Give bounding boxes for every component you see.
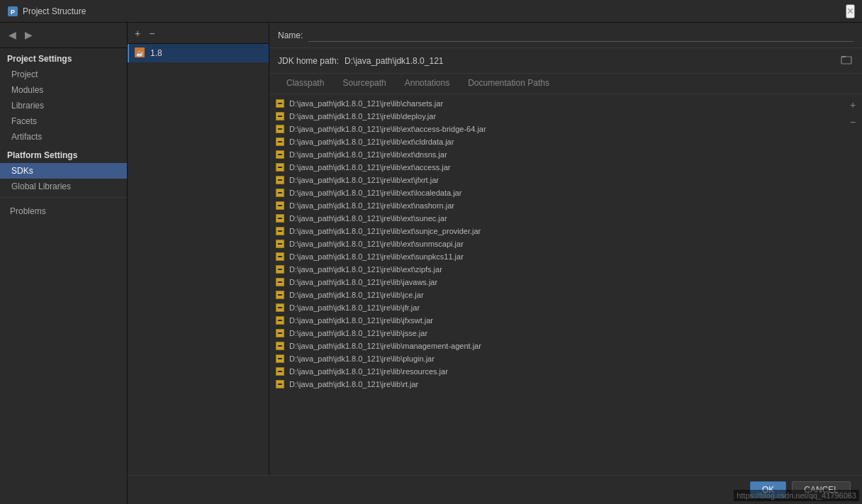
jar-list-item[interactable]: D:\java_path\jdk1.8.0_121\jre\lib\manage… — [269, 340, 862, 352]
jar-path: D:\java_path\jdk1.8.0_121\jre\lib\ext\su… — [289, 252, 464, 261]
detail-jdk-row: JDK home path: D:\java_path\jdk1.8.0_121 — [269, 48, 862, 74]
jar-list-item[interactable]: D:\java_path\jdk1.8.0_121\jre\lib\ext\dn… — [269, 148, 862, 161]
jar-icon — [275, 328, 285, 338]
jar-path: D:\java_path\jdk1.8.0_121\jre\lib\ext\su… — [289, 240, 464, 248]
jar-path: D:\java_path\jdk1.8.0_121\jre\lib\ext\na… — [289, 201, 454, 210]
tab-classpath[interactable]: Classpath — [278, 74, 332, 94]
main-layout: ◀ ▶ Project Settings Project Modules Lib… — [0, 23, 862, 504]
java-sdk-icon: ☕ — [135, 47, 146, 59]
jar-path: D:\java_path\jdk1.8.0_121\jre\lib\jce.ja… — [289, 291, 424, 299]
jar-list-item[interactable]: D:\java_path\jdk1.8.0_121\jre\lib\ext\lo… — [269, 186, 862, 199]
tab-sourcepath[interactable]: Sourcepath — [334, 74, 394, 94]
project-settings-label: Project Settings — [0, 48, 127, 67]
platform-settings-label: Platform Settings — [0, 145, 127, 163]
sdk-remove-button[interactable]: − — [146, 26, 157, 40]
jar-icon — [275, 162, 285, 172]
jar-list-item[interactable]: D:\java_path\jdk1.8.0_121\jre\lib\ext\na… — [269, 199, 862, 212]
jar-path: D:\java_path\jdk1.8.0_121\jre\lib\plugin… — [289, 354, 435, 363]
jar-list-item[interactable]: D:\java_path\jdk1.8.0_121\jre\lib\ext\su… — [269, 250, 862, 263]
jar-path: D:\java_path\jdk1.8.0_121\jre\lib\ext\su… — [289, 227, 481, 235]
jar-path: D:\java_path\jdk1.8.0_121\jre\lib\ext\ac… — [289, 163, 450, 172]
sidebar-item-global-libraries[interactable]: Global Libraries — [0, 179, 127, 194]
jar-path: D:\java_path\jdk1.8.0_121\jre\lib\ext\dn… — [289, 150, 447, 159]
svg-rect-5 — [841, 56, 846, 57]
jar-list-item[interactable]: D:\java_path\jdk1.8.0_121\jre\lib\ext\ac… — [269, 161, 862, 174]
sidebar-nav: ◀ ▶ — [0, 23, 127, 48]
jar-path: D:\java_path\jdk1.8.0_121\jre\lib\resour… — [289, 367, 448, 376]
sdk-item-label: 1.8 — [150, 48, 162, 58]
jar-list-item[interactable]: D:\java_path\jdk1.8.0_121\jre\lib\ext\jf… — [269, 174, 862, 186]
jdk-browse-button[interactable] — [839, 52, 853, 69]
sidebar-item-problems[interactable]: Problems — [0, 201, 127, 219]
title-bar-title: Project Structure — [23, 6, 86, 16]
jar-icon — [275, 226, 285, 236]
jar-path: D:\java_path\jdk1.8.0_121\jre\lib\jfxswt… — [289, 316, 433, 325]
back-button[interactable]: ◀ — [6, 28, 19, 42]
jar-list-item[interactable]: D:\java_path\jdk1.8.0_121\jre\lib\charse… — [269, 97, 862, 110]
jar-icon — [275, 264, 285, 274]
jar-path: D:\java_path\jdk1.8.0_121\jre\lib\ext\cl… — [289, 138, 454, 146]
title-bar: P Project Structure × — [0, 0, 862, 23]
jar-list-item[interactable]: D:\java_path\jdk1.8.0_121\jre\lib\jsse.j… — [269, 327, 862, 340]
jar-list-item[interactable]: D:\java_path\jdk1.8.0_121\jre\lib\javaws… — [269, 276, 862, 289]
sidebar-divider — [0, 197, 127, 198]
jar-path: D:\java_path\jdk1.8.0_121\jre\lib\charse… — [289, 99, 443, 108]
tab-documentation[interactable]: Documentation Paths — [459, 74, 558, 94]
svg-text:P: P — [11, 9, 15, 16]
sidebar-item-facets[interactable]: Facets — [0, 113, 127, 129]
sidebar-item-sdks[interactable]: SDKs — [0, 163, 127, 179]
sdk-add-button[interactable]: + — [132, 26, 143, 40]
jar-add-button[interactable]: + — [845, 97, 861, 113]
jar-path: D:\java_path\jdk1.8.0_121\jre\lib\rt.jar — [289, 380, 418, 388]
jar-icon — [275, 315, 285, 325]
jar-icon — [275, 354, 285, 364]
jar-icon — [275, 124, 285, 134]
forward-button[interactable]: ▶ — [22, 28, 35, 42]
jar-icon — [275, 366, 285, 376]
jar-list-item[interactable]: D:\java_path\jdk1.8.0_121\jre\lib\jce.ja… — [269, 289, 862, 301]
sdk-list: ☕ 1.8 — [128, 44, 269, 475]
jar-list-item[interactable]: D:\java_path\jdk1.8.0_121\jre\lib\rt.jar — [269, 378, 862, 391]
jar-icon — [275, 379, 285, 389]
jar-icon — [275, 175, 285, 185]
jar-list-item[interactable]: D:\java_path\jdk1.8.0_121\jre\lib\plugin… — [269, 352, 862, 365]
jar-list-item[interactable]: D:\java_path\jdk1.8.0_121\jre\lib\jfxswt… — [269, 314, 862, 327]
jar-path: D:\java_path\jdk1.8.0_121\jre\lib\ext\su… — [289, 214, 447, 223]
close-button[interactable]: × — [846, 4, 855, 18]
jdk-home-label: JDK home path: — [278, 56, 339, 66]
jar-remove-button[interactable]: − — [845, 114, 861, 130]
jar-icon — [275, 111, 285, 121]
jdk-home-value: D:\java_path\jdk1.8.0_121 — [345, 56, 834, 66]
sidebar-item-artifacts[interactable]: Artifacts — [0, 129, 127, 145]
jar-list-item[interactable]: D:\java_path\jdk1.8.0_121\jre\lib\deploy… — [269, 110, 862, 123]
jar-list-toolbar: + − — [844, 94, 862, 133]
jar-path: D:\java_path\jdk1.8.0_121\jre\lib\ext\jf… — [289, 176, 439, 184]
jar-list-item[interactable]: D:\java_path\jdk1.8.0_121\jre\lib\ext\cl… — [269, 135, 862, 148]
jar-list-item[interactable]: D:\java_path\jdk1.8.0_121\jre\lib\resour… — [269, 365, 862, 378]
tab-annotations[interactable]: Annotations — [396, 74, 458, 94]
jar-list-item[interactable]: D:\java_path\jdk1.8.0_121\jre\lib\ext\su… — [269, 225, 862, 237]
name-input[interactable] — [308, 28, 853, 42]
sidebar-item-project[interactable]: Project — [0, 67, 127, 82]
jar-icon — [275, 99, 285, 108]
jar-list-item[interactable]: D:\java_path\jdk1.8.0_121\jre\lib\jfr.ja… — [269, 301, 862, 314]
jar-list-item[interactable]: D:\java_path\jdk1.8.0_121\jre\lib\ext\su… — [269, 237, 862, 250]
jar-list-item[interactable]: D:\java_path\jdk1.8.0_121\jre\lib\ext\ac… — [269, 123, 862, 135]
name-label: Name: — [278, 30, 303, 40]
jar-icon — [275, 137, 285, 147]
jar-icon — [275, 252, 285, 262]
tabs-bar: Classpath Sourcepath Annotations Documen… — [269, 74, 862, 94]
jar-path: D:\java_path\jdk1.8.0_121\jre\lib\manage… — [289, 342, 481, 350]
jar-list-item[interactable]: D:\java_path\jdk1.8.0_121\jre\lib\ext\zi… — [269, 263, 862, 276]
jar-path: D:\java_path\jdk1.8.0_121\jre\lib\ext\ac… — [289, 125, 486, 133]
jar-list-item[interactable]: D:\java_path\jdk1.8.0_121\jre\lib\ext\su… — [269, 212, 862, 225]
jar-path: D:\java_path\jdk1.8.0_121\jre\lib\ext\lo… — [289, 189, 461, 197]
jar-icon — [275, 290, 285, 300]
sdk-item-18[interactable]: ☕ 1.8 — [128, 44, 269, 62]
sidebar-item-modules[interactable]: Modules — [0, 82, 127, 98]
detail-panel: Name: JDK home path: D:\java_path\jdk1.8… — [269, 23, 862, 475]
jar-icon — [275, 201, 285, 211]
sidebar-item-libraries[interactable]: Libraries — [0, 98, 127, 113]
jar-list: D:\java_path\jdk1.8.0_121\jre\lib\charse… — [269, 97, 862, 391]
jar-path: D:\java_path\jdk1.8.0_121\jre\lib\ext\zi… — [289, 265, 442, 274]
